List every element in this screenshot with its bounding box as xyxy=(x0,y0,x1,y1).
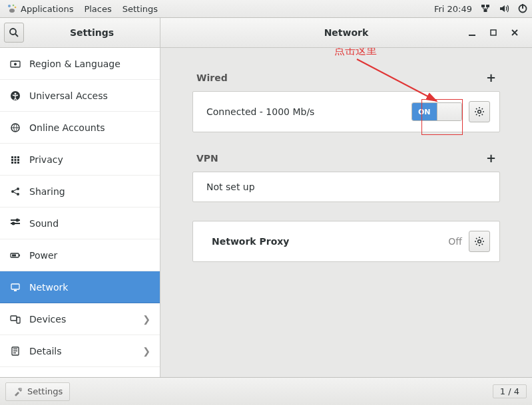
svg-line-10 xyxy=(15,34,18,37)
sidebar-item-online-accounts[interactable]: Online Accounts xyxy=(0,112,160,144)
sidebar-item-universal-access[interactable]: Universal Access xyxy=(0,80,160,112)
wired-section-title: Wired xyxy=(196,72,228,83)
vpn-add-button[interactable]: + xyxy=(486,151,496,165)
svg-rect-42 xyxy=(13,348,17,349)
workspace-indicator[interactable]: 1 / 4 xyxy=(493,384,527,398)
vpn-section-header: VPN + xyxy=(192,151,500,172)
svg-point-48 xyxy=(19,388,22,390)
sidebar-item-label: Online Accounts xyxy=(29,122,105,133)
wired-add-button[interactable]: + xyxy=(486,70,496,84)
sound-icon xyxy=(9,217,21,229)
chevron-right-icon: ❯ xyxy=(142,346,150,356)
sidebar: Region & Language Universal Access Onlin… xyxy=(0,48,160,377)
svg-point-33 xyxy=(16,218,19,221)
settings-wrench-icon xyxy=(13,386,23,397)
sidebar-item-region-language[interactable]: Region & Language xyxy=(0,48,160,80)
svg-point-14 xyxy=(14,63,17,65)
svg-rect-12 xyxy=(491,30,496,35)
devices-icon xyxy=(9,313,21,325)
accessibility-icon xyxy=(9,90,21,102)
proxy-state: Off xyxy=(448,236,462,247)
svg-rect-8 xyxy=(522,4,523,9)
sidebar-item-label: Universal Access xyxy=(29,90,108,101)
sidebar-item-devices[interactable]: Devices ❯ xyxy=(0,303,160,335)
svg-point-29 xyxy=(17,193,19,196)
svg-rect-24 xyxy=(11,162,13,164)
privacy-icon xyxy=(9,154,21,166)
svg-rect-37 xyxy=(11,284,19,289)
taskbar-app-settings[interactable]: Settings xyxy=(5,382,70,401)
svg-point-3 xyxy=(9,9,15,13)
maximize-button[interactable] xyxy=(488,27,499,38)
network-status-icon[interactable] xyxy=(480,3,491,14)
svg-rect-26 xyxy=(17,162,19,164)
svg-rect-23 xyxy=(17,159,19,161)
svg-point-0 xyxy=(8,5,11,7)
applications-label: Applications xyxy=(21,4,73,14)
sidebar-item-power[interactable]: Power xyxy=(0,239,160,271)
places-menu[interactable]: Places xyxy=(84,4,111,14)
close-button[interactable] xyxy=(509,27,520,38)
svg-rect-36 xyxy=(12,254,16,256)
wired-toggle[interactable]: ON xyxy=(411,102,462,121)
sidebar-item-label: Devices xyxy=(29,314,66,325)
sidebar-item-label: Details xyxy=(29,346,62,356)
app-title: Settings xyxy=(28,27,156,38)
sidebar-item-sound[interactable]: Sound xyxy=(0,207,160,239)
annotation-label: 点击这里 xyxy=(334,48,377,58)
svg-rect-43 xyxy=(13,350,17,351)
power-icon[interactable] xyxy=(517,3,528,14)
search-button[interactable] xyxy=(4,23,24,43)
applications-menu[interactable]: Applications xyxy=(7,3,73,14)
gear-icon xyxy=(474,106,485,117)
page-title: Network xyxy=(324,27,369,38)
wired-settings-button[interactable] xyxy=(469,101,490,122)
vpn-card: Not set up xyxy=(192,172,500,202)
headerbar: Settings Network xyxy=(0,18,532,48)
settings-menu[interactable]: Settings xyxy=(123,4,158,14)
wired-connection-status: Connected - 1000 Mb/s xyxy=(202,106,405,117)
svg-point-47 xyxy=(478,240,481,243)
minimize-button[interactable] xyxy=(467,27,477,38)
svg-point-46 xyxy=(478,110,481,114)
gear-icon xyxy=(474,236,485,247)
svg-rect-21 xyxy=(11,159,13,161)
svg-rect-38 xyxy=(14,290,17,291)
wired-section-header: Wired + xyxy=(192,70,500,91)
region-icon xyxy=(9,58,21,70)
details-icon xyxy=(9,345,21,357)
svg-point-9 xyxy=(10,29,16,35)
sidebar-item-label: Power xyxy=(29,250,57,261)
power-battery-icon xyxy=(9,249,21,261)
sidebar-item-privacy[interactable]: Privacy xyxy=(0,144,160,176)
svg-rect-35 xyxy=(19,254,21,256)
online-accounts-icon xyxy=(9,122,21,134)
sidebar-item-label: Privacy xyxy=(29,154,63,165)
svg-point-1 xyxy=(13,5,15,7)
svg-rect-11 xyxy=(469,35,475,36)
svg-rect-44 xyxy=(13,352,16,353)
proxy-settings-button[interactable] xyxy=(469,231,490,252)
network-proxy-card: Network Proxy Off xyxy=(192,221,500,262)
settings-window: Settings Network Region & Language Unive… xyxy=(0,18,532,377)
svg-rect-6 xyxy=(484,9,487,12)
proxy-label: Network Proxy xyxy=(202,236,289,247)
sidebar-item-sharing[interactable]: Sharing xyxy=(0,176,160,207)
clock[interactable]: Fri 20:49 xyxy=(434,4,472,14)
sidebar-item-label: Sound xyxy=(29,218,59,229)
svg-rect-39 xyxy=(11,316,17,321)
svg-rect-20 xyxy=(17,156,19,158)
svg-point-2 xyxy=(15,7,17,9)
taskbar-app-label: Settings xyxy=(27,386,63,396)
sidebar-item-details[interactable]: Details ❯ xyxy=(0,335,160,367)
top-panel: Applications Places Settings Fri 20:49 xyxy=(0,0,532,18)
volume-icon[interactable] xyxy=(499,3,509,14)
search-icon xyxy=(9,27,19,38)
svg-rect-18 xyxy=(11,156,13,158)
svg-rect-19 xyxy=(15,156,17,158)
svg-point-16 xyxy=(15,92,17,94)
vpn-section-title: VPN xyxy=(196,153,218,164)
chevron-right-icon: ❯ xyxy=(142,314,150,325)
sidebar-item-network[interactable]: Network xyxy=(0,271,160,303)
svg-rect-5 xyxy=(486,5,489,7)
